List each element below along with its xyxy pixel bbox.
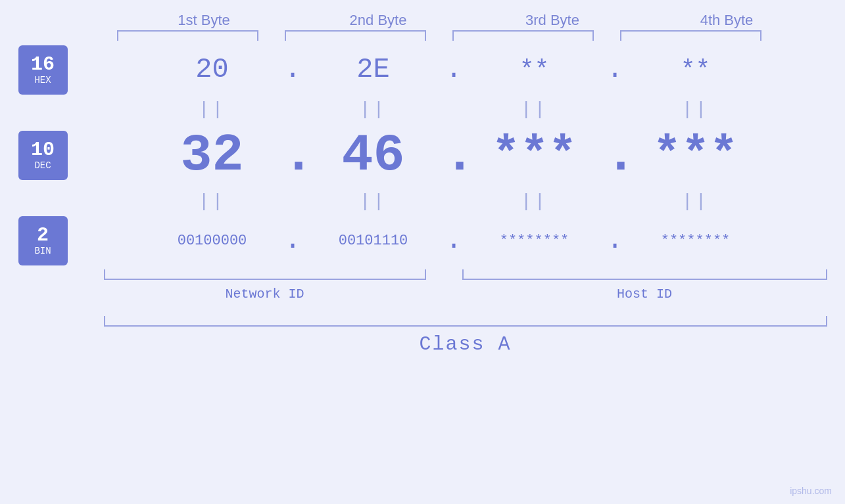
bin-dot1: . [283,225,302,256]
dec-b3: *** [464,128,605,182]
inner-rows: 16 HEX 10 DEC 2 BIN 20 . 2E . ** . ** [5,43,840,267]
rows-area: 20 . 2E . ** . ** || || || || 32 [68,43,840,267]
badges-column: 16 HEX 10 DEC 2 BIN [18,45,68,265]
bracket-byte2 [285,30,426,41]
hex-b1: 20 [141,54,283,85]
hex-b2: 2E [302,54,444,85]
hex-name: HEX [34,76,51,85]
eq1-b2: || [302,99,444,120]
dec-b1: 32 [141,126,283,185]
eq2-b1: || [141,191,283,212]
class-bracket [104,316,827,327]
dec-name: DEC [34,161,51,171]
dec-num: 10 [31,139,55,161]
bin-b3: ******** [464,233,605,249]
main-container: 1st Byte 2nd Byte 3rd Byte 4th Byte 16 H… [0,0,845,504]
hex-dot1: . [283,54,302,85]
network-id-label: Network ID [104,286,426,302]
eq1-b3: || [464,99,605,120]
dec-b2: 46 [302,126,444,185]
bracket-byte4 [620,30,761,41]
bin-dot2: . [444,225,464,256]
eq2-b4: || [625,191,766,212]
bottom-labels: Network ID Host ID [104,286,827,302]
hex-data-row: 20 . 2E . ** . ** [68,43,840,96]
bin-dot3: . [605,225,625,256]
eq1-b1: || [141,99,283,120]
byte3-header: 3rd Byte [477,12,628,29]
class-area: Class A [104,316,827,355]
bottom-bracket-area: Network ID Host ID [104,269,827,302]
eq2-b3: || [464,191,605,212]
network-bracket [104,269,426,280]
eq2-b2: || [302,191,444,212]
dec-b4: *** [625,128,766,182]
watermark: ipshu.com [790,486,832,496]
eq-row-1: || || || || [68,96,840,122]
bracket-byte1 [117,30,258,41]
hex-b3: ** [464,56,605,84]
byte4-header: 4th Byte [651,12,802,29]
host-id-label: Host ID [462,286,827,302]
bracket-byte3 [452,30,594,41]
top-brackets [104,30,827,43]
bin-b2: 00101110 [302,233,444,249]
class-label: Class A [104,333,827,355]
hex-dot3: . [605,54,625,85]
hex-dot2: . [444,54,464,85]
dec-dot3: . [605,126,625,185]
eq1-b4: || [625,99,766,120]
hex-badge: 16 HEX [18,45,68,95]
hex-num: 16 [31,54,55,76]
eq-row-2: || || || || [68,188,840,214]
dec-data-row: 32 . 46 . *** . *** [68,122,840,188]
dec-dot2: . [444,126,464,185]
bin-num: 2 [37,225,49,246]
hex-b4: ** [625,56,766,84]
byte2-header: 2nd Byte [302,12,454,29]
bin-b1: 00100000 [141,233,283,249]
bin-name: BIN [34,246,51,256]
host-bracket [462,269,827,280]
bin-data-row: 00100000 . 00101110 . ******** . *******… [68,214,840,267]
byte1-header: 1st Byte [128,12,279,29]
bottom-brackets [104,269,827,283]
dec-badge: 10 DEC [18,131,68,180]
byte-headers: 1st Byte 2nd Byte 3rd Byte 4th Byte [104,12,827,29]
bin-b4: ******** [625,233,766,249]
dec-dot1: . [283,126,302,185]
bin-badge: 2 BIN [18,216,68,265]
